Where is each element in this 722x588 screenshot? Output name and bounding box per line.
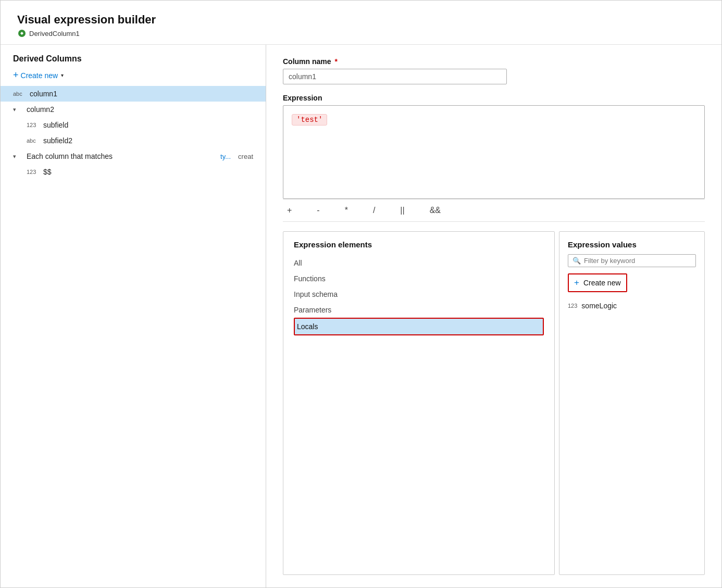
val-type-123-icon: 123 xyxy=(568,303,577,309)
operator-and[interactable]: && xyxy=(430,206,441,215)
derived-column-icon xyxy=(17,29,27,38)
column-name-label: Column name * xyxy=(283,57,705,66)
columns-list: abc column1 ▾ column2 123 subfield abc s… xyxy=(1,86,266,587)
expression-label: Expression xyxy=(283,94,705,102)
operator-multiply[interactable]: * xyxy=(345,206,348,215)
main-layout: Derived Columns + Create new ▾ abc colum… xyxy=(1,45,721,587)
elem-item-functions[interactable]: Functions xyxy=(294,271,544,286)
expression-token: 'test' xyxy=(292,114,327,126)
app-container: Visual expression builder DerivedColumn1… xyxy=(0,0,722,588)
derived-column-label: DerivedColumn1 xyxy=(29,30,80,37)
column-name: column1 xyxy=(30,90,253,98)
filter-keyword-input[interactable] xyxy=(584,257,691,265)
list-item[interactable]: 123 $$ xyxy=(1,164,266,180)
column-type-link[interactable]: ty... xyxy=(220,153,231,160)
expand-arrow-icon: ▾ xyxy=(13,153,21,160)
left-panel-header: Derived Columns + Create new ▾ xyxy=(1,45,266,86)
list-item[interactable]: abc column1 xyxy=(1,86,266,102)
filter-input-wrap: 🔍 xyxy=(568,254,696,267)
chevron-down-icon: ▾ xyxy=(61,72,64,78)
plus-icon-blue: + xyxy=(574,278,579,288)
type-abc-icon: abc xyxy=(27,137,38,144)
right-panel: Column name * Expression 'test' + - * / … xyxy=(266,45,721,587)
column-create-link: creat xyxy=(238,153,253,160)
elem-item-all[interactable]: All xyxy=(294,255,544,271)
plus-icon: + xyxy=(13,70,19,81)
create-new-label: Create new xyxy=(21,71,58,80)
elem-item-locals[interactable]: Locals xyxy=(294,318,544,335)
type-abc-icon: abc xyxy=(13,91,24,97)
type-123-icon: 123 xyxy=(27,122,38,128)
value-item-name: someLogic xyxy=(581,302,617,310)
bottom-panels: Expression elements All Functions Input … xyxy=(283,231,705,575)
expression-elements-panel: Expression elements All Functions Input … xyxy=(283,231,555,575)
column-name: $$ xyxy=(43,168,253,176)
column-name: subfield2 xyxy=(43,136,253,145)
page-title: Visual expression builder xyxy=(17,13,705,27)
operator-plus[interactable]: + xyxy=(287,206,292,215)
expression-values-title: Expression values xyxy=(568,240,696,249)
expression-values-panel: Expression values 🔍 + Create new 123 som… xyxy=(559,231,705,575)
operator-divide[interactable]: / xyxy=(373,206,375,215)
column-name-input[interactable] xyxy=(283,69,507,84)
elem-item-parameters[interactable]: Parameters xyxy=(294,302,544,318)
required-star: * xyxy=(334,57,337,66)
elem-item-input-schema[interactable]: Input schema xyxy=(294,286,544,302)
column-name: column2 xyxy=(27,105,253,114)
search-icon: 🔍 xyxy=(572,257,581,265)
create-new-values-label: Create new xyxy=(583,279,621,287)
derived-columns-title: Derived Columns xyxy=(13,54,253,64)
expand-arrow-icon: ▾ xyxy=(13,106,21,113)
expression-editor[interactable]: 'test' xyxy=(283,105,705,199)
create-new-button[interactable]: + Create new ▾ xyxy=(13,69,64,86)
left-panel: Derived Columns + Create new ▾ abc colum… xyxy=(1,45,266,587)
operator-pipe[interactable]: || xyxy=(400,206,404,215)
list-item[interactable]: ▾ Each column that matches ty... creat xyxy=(1,148,266,164)
page-header: Visual expression builder DerivedColumn1 xyxy=(1,1,721,45)
list-item[interactable]: abc subfield2 xyxy=(1,133,266,148)
derived-column-badge: DerivedColumn1 xyxy=(17,29,705,38)
column-name: Each column that matches xyxy=(27,152,215,160)
column-name: subfield xyxy=(43,121,253,129)
list-item[interactable]: ▾ column2 xyxy=(1,102,266,117)
value-item-somelogic[interactable]: 123 someLogic xyxy=(568,298,696,313)
type-123-icon: 123 xyxy=(27,169,38,175)
expression-elements-title: Expression elements xyxy=(294,240,544,249)
operators-row: + - * / || && xyxy=(283,199,705,222)
create-new-values-button[interactable]: + Create new xyxy=(568,273,627,292)
list-item[interactable]: 123 subfield xyxy=(1,117,266,133)
operator-minus[interactable]: - xyxy=(317,206,319,215)
